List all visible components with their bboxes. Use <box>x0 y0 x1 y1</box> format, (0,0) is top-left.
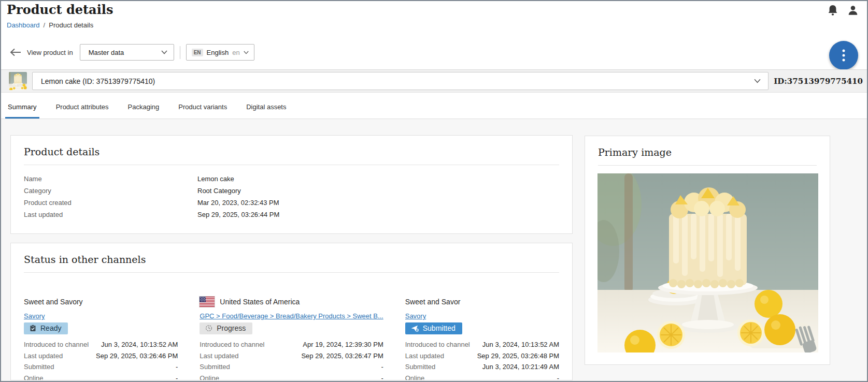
product-select-value: Lemon cake (ID: 37513979775410) <box>41 77 754 85</box>
channel-rows: Introduced to channelJun 3, 2024, 10:13:… <box>24 339 178 380</box>
header-icons <box>826 4 860 17</box>
user-icon[interactable] <box>846 4 860 17</box>
channel-category-link[interactable]: Savory <box>405 312 426 320</box>
card-title: Status in other channels <box>24 254 559 265</box>
language-select[interactable]: EN English en <box>186 44 254 61</box>
status-badge-progress: Progress <box>200 322 252 334</box>
tab-digital-assets[interactable]: Digital assets <box>245 103 288 119</box>
detail-row: Product created Mar 20, 2023, 02:32:43 P… <box>24 197 559 209</box>
lemon-cake-photo <box>597 173 818 352</box>
status-badge-ready: Ready <box>24 322 68 334</box>
divider <box>24 272 559 273</box>
chevron-down-icon <box>161 50 167 54</box>
channel-rows: Introduced to channelApr 19, 2024, 12:39… <box>200 339 383 380</box>
more-vertical-icon <box>842 49 845 62</box>
product-details-rows: Name Lemon cake Category Root Category P… <box>24 173 559 221</box>
product-id-label: ID:37513979775410 <box>774 77 863 86</box>
content-area: Product details Name Lemon cake Category… <box>1 119 867 381</box>
toolbar-divider <box>180 46 180 59</box>
clipboard-check-icon <box>30 325 36 332</box>
breadcrumb-current: Product details <box>49 21 93 29</box>
product-thumbnail <box>9 72 27 90</box>
channel-name: United States of America <box>200 296 383 308</box>
tab-bar: Summary Product attributes Packaging Pro… <box>1 93 867 119</box>
breadcrumb-separator: / <box>44 21 46 29</box>
page-title: Product details <box>7 2 113 17</box>
tab-packaging[interactable]: Packaging <box>126 103 161 119</box>
more-actions-fab[interactable] <box>829 41 858 70</box>
view-select-value: Master data <box>89 49 161 56</box>
detail-row: Last updated Sep 29, 2025, 03:26:44 PM <box>24 209 559 221</box>
tab-product-variants[interactable]: Product variants <box>177 103 229 119</box>
product-selector-band: Lemon cake (ID: 37513979775410) ID:37513… <box>1 69 867 93</box>
divider <box>598 165 817 166</box>
channel-name: Sweet and Savory <box>24 296 178 308</box>
detail-row: Name Lemon cake <box>24 173 559 185</box>
app-window: Product details Dashboard / Product deta… <box>0 0 868 382</box>
channels-grid: Sweet and Savory Savory Ready Introduced… <box>24 296 559 380</box>
clock-icon <box>205 325 212 332</box>
channel-category-link[interactable]: GPC > Food/Beverage > Bread/Bakery Produ… <box>200 312 383 320</box>
view-select[interactable]: Master data <box>80 44 174 61</box>
channel-rows: Introduced to channelJun 3, 2024, 10:13:… <box>405 339 559 380</box>
us-flag-icon <box>200 297 215 307</box>
channel-column: United States of America GPC > Food/Beve… <box>200 296 383 380</box>
bell-icon[interactable] <box>826 4 839 17</box>
product-select[interactable]: Lemon cake (ID: 37513979775410) <box>32 72 769 90</box>
language-code: en <box>232 49 239 56</box>
card-title: Primary image <box>598 146 817 158</box>
status-other-channels-card: Status in other channels Sweet and Savor… <box>10 243 573 380</box>
channel-category-link[interactable]: Savory <box>24 312 45 320</box>
detail-row: Category Root Category <box>24 185 559 197</box>
chevron-down-icon <box>244 51 249 54</box>
chevron-down-icon <box>754 79 761 83</box>
tab-product-attributes[interactable]: Product attributes <box>54 103 110 119</box>
breadcrumb: Dashboard / Product details <box>7 21 93 29</box>
channel-column: Sweet and Savory Savory Ready Introduced… <box>24 296 178 380</box>
back-arrow-icon[interactable] <box>9 48 23 57</box>
product-details-card: Product details Name Lemon cake Category… <box>10 135 573 234</box>
primary-image-card: Primary image <box>585 136 830 365</box>
toolbar: View product in Master data EN English e… <box>9 43 254 61</box>
language-name: English <box>207 49 229 56</box>
language-badge: EN <box>192 49 203 56</box>
channel-name: Sweet and Savor <box>405 296 559 308</box>
send-icon <box>411 325 419 332</box>
divider <box>24 165 559 165</box>
card-title: Product details <box>24 146 559 157</box>
status-badge-submitted: Submitted <box>405 322 462 334</box>
tab-summary[interactable]: Summary <box>6 103 38 119</box>
channel-column: Sweet and Savor Savory Submitted Introdu… <box>405 296 559 380</box>
view-product-in-label: View product in <box>27 49 73 56</box>
breadcrumb-link-dashboard[interactable]: Dashboard <box>7 21 40 29</box>
